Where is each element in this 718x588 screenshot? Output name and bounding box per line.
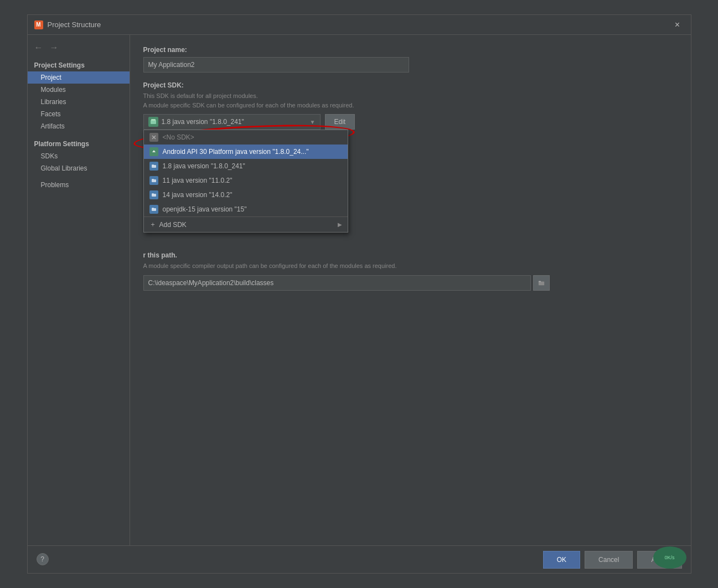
sdk-option-jdk11[interactable]: 11 java version "11.0.2" [144, 173, 348, 188]
close-button[interactable]: × [671, 18, 684, 32]
project-settings-section-label: Project Settings [28, 58, 130, 71]
sidebar-item-problems[interactable]: Problems [28, 179, 130, 191]
app-icon: M [34, 20, 43, 29]
nav-back-arrow[interactable]: ← [32, 42, 45, 54]
ok-button[interactable]: OK [543, 551, 580, 569]
jdk14-label: 14 java version "14.0.2" [163, 191, 233, 199]
sdk-option-android30[interactable]: Android API 30 Platform java version "1.… [144, 145, 348, 159]
sdk-option-jdk14[interactable]: 14 java version "14.0.2" [144, 188, 348, 202]
compiler-output-label: r this path. [143, 251, 678, 259]
svg-rect-0 [151, 120, 156, 124]
compiler-desc1: r this path. [143, 251, 177, 259]
android30-label: Android API 30 Platform java version "1.… [163, 148, 309, 156]
svg-rect-13 [538, 281, 540, 282]
sdk-popup: <No SDK> Android API 30 Platform java ve… [143, 130, 348, 233]
dialog-title: Project Structure [48, 20, 671, 29]
sidebar-item-project[interactable]: Project [28, 71, 130, 84]
sdk-option-no-sdk[interactable]: <No SDK> [144, 130, 348, 145]
dialog-footer: OK Cancel Apply [28, 545, 691, 573]
add-sdk-plus: ＋ [149, 220, 156, 229]
sdk-dropdown-arrow-icon: ▼ [310, 119, 316, 125]
no-sdk-icon [149, 133, 158, 142]
title-bar: M Project Structure × [28, 15, 691, 35]
jdk18-label: 1.8 java version "1.8.0_241" [163, 162, 245, 170]
sdk-section-label: Project SDK: [143, 81, 678, 89]
help-button[interactable]: ? [37, 553, 49, 565]
status-widget: 0K/s [653, 546, 686, 569]
add-sdk-row[interactable]: ＋ Add SDK ▶ [144, 216, 348, 232]
android-sdk-icon [149, 147, 158, 156]
openjdk15-label: openjdk-15 java version "15" [163, 205, 247, 213]
svg-rect-11 [152, 208, 154, 209]
nav-arrows: ← → [28, 39, 130, 56]
sdk-dropdown-icon [148, 117, 158, 127]
sdk-dropdown[interactable]: 1.8 java version "1.8.0_241" ▼ [143, 114, 321, 130]
path-row [143, 275, 678, 291]
sdk-option-openjdk15[interactable]: openjdk-15 java version "15" [144, 202, 348, 216]
sdk-section: Project SDK: This SDK is default for all… [143, 81, 678, 130]
add-sdk-label: Add SDK [159, 221, 187, 229]
sdk-description-1: This SDK is default for all project modu… [143, 91, 678, 110]
no-sdk-label: <No SDK> [163, 133, 194, 141]
svg-rect-12 [538, 281, 544, 285]
project-structure-dialog: M Project Structure × ← → Project Settin… [27, 14, 691, 574]
svg-rect-1 [151, 119, 156, 121]
jdk11-icon [149, 176, 158, 185]
cancel-button[interactable]: Cancel [585, 551, 633, 569]
sdk-dropdown-selected: 1.8 java version "1.8.0_241" [162, 118, 244, 126]
svg-rect-5 [152, 164, 154, 166]
sidebar-item-sdks[interactable]: SDKs [28, 150, 130, 162]
sdk-row: 1.8 java version "1.8.0_241" ▼ Edit <No … [143, 114, 678, 130]
platform-settings-section-label: Platform Settings [28, 137, 130, 150]
sidebar-item-artifacts[interactable]: Artifacts [28, 120, 130, 132]
project-name-input[interactable] [143, 57, 409, 73]
project-name-label: Project name: [143, 46, 678, 54]
jdk11-label: 11 java version "11.0.2" [163, 177, 233, 184]
openjdk15-icon [149, 205, 158, 214]
status-text: 0K/s [664, 555, 674, 560]
edit-sdk-button[interactable]: Edit [325, 114, 355, 130]
compiler-section: r this path. A module specific compiler … [143, 251, 678, 291]
compiler-description: A module specific compiler output path c… [143, 261, 678, 271]
sidebar-item-facets[interactable]: Facets [28, 108, 130, 120]
svg-rect-7 [152, 179, 154, 180]
content-area: Project name: Project SDK: This SDK is d… [130, 35, 691, 545]
sidebar: ← → Project Settings Project Modules Lib… [28, 35, 130, 545]
jdk14-icon [149, 190, 158, 199]
sidebar-item-global-libraries[interactable]: Global Libraries [28, 162, 130, 174]
sdk-option-jdk18[interactable]: 1.8 java version "1.8.0_241" [144, 159, 348, 173]
jdk18-icon [149, 162, 158, 171]
add-sdk-arrow-icon: ▶ [338, 221, 342, 228]
sidebar-item-libraries[interactable]: Libraries [28, 96, 130, 108]
svg-rect-9 [152, 193, 154, 194]
nav-forward-arrow[interactable]: → [48, 42, 61, 54]
sidebar-item-modules[interactable]: Modules [28, 84, 130, 96]
browse-button[interactable] [533, 275, 550, 291]
main-content: ← → Project Settings Project Modules Lib… [28, 35, 691, 545]
compiler-path-input[interactable] [143, 275, 531, 291]
